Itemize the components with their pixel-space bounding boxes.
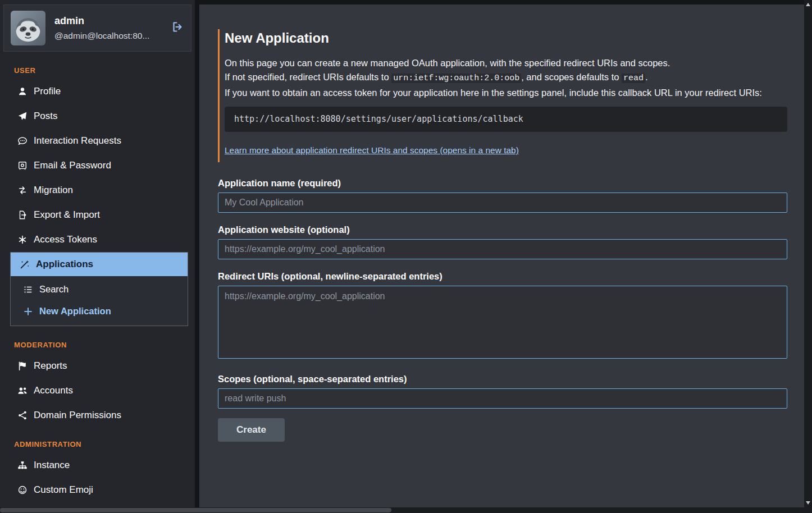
sidebar-item-label: Access Tokens [34,234,97,245]
page-title: New Application [225,30,787,46]
list-icon [23,285,33,295]
file-export-icon [17,210,28,220]
sidebar-item-label: New Application [39,306,111,317]
scopes-input[interactable] [218,388,787,409]
application-website-label: Application website (optional) [218,225,787,235]
sidebar-item-actions[interactable]: Actions [0,502,195,507]
sloth-avatar [11,11,45,45]
sidebar-item-applications[interactable]: Applications [11,253,188,276]
paper-plane-icon [17,111,28,121]
user-card: admin @admin@localhost:80... [3,4,191,52]
application-name-label: Application name (required) [218,178,787,189]
asterisk-icon [17,235,28,245]
sidebar-item-export-import[interactable]: Export & Import [0,203,195,227]
wand-sparkles-icon [20,259,30,269]
sidebar-item-interaction-requests[interactable]: Interaction Requests [0,129,195,153]
users-icon [17,386,28,396]
sidebar-item-label: Email & Password [34,160,111,171]
sidebar-section-administration: ADMINISTRATION [0,428,195,453]
share-nodes-icon [17,410,28,420]
intro-line2: If not specified, redirect URIs defaults… [225,70,787,85]
callback-url: http://localhost:8080/settings/user/appl… [234,114,523,124]
read-inline-code: read [622,74,645,83]
intro-line3: If you want to obtain an access token fo… [225,86,787,99]
sidebar-item-label: Domain Permissions [34,410,121,421]
horizontal-scrollbar[interactable] [0,507,812,513]
applications-group: Applications Search New Application [10,252,188,326]
callback-url-code-block: http://localhost:8080/settings/user/appl… [225,107,787,132]
vertical-scrollbar[interactable] [804,0,812,507]
sidebar-item-email-password[interactable]: Email & Password [0,153,195,178]
sidebar-item-access-tokens[interactable]: Access Tokens [0,227,195,252]
application-name-input[interactable] [218,193,787,213]
scroll-down-arrow-icon[interactable] [806,501,810,505]
scopes-label: Scopes (optional, space-separated entrie… [218,374,787,384]
sidebar-item-label: Applications [36,259,93,270]
settings-sidebar: admin @admin@localhost:80... USER Profil… [0,0,195,507]
sidebar-item-label: Accounts [34,385,73,396]
application-website-input[interactable] [218,239,787,259]
sidebar-item-label: Reports [34,360,67,372]
user-name: admin [54,15,159,27]
intro-text: . [645,72,648,82]
redirect-uris-label: Redirect URIs (optional, newline-separat… [218,271,787,282]
new-application-info: New Application On this page you can cre… [218,29,787,162]
main-panel: New Application On this page you can cre… [199,4,804,507]
logout-icon[interactable] [171,20,184,36]
sidebar-item-accounts[interactable]: Accounts [0,378,195,403]
sidebar-item-domain-permissions[interactable]: Domain Permissions [0,403,195,428]
sidebar-item-label: Profile [34,86,61,97]
applications-submenu: Search New Application [11,276,188,326]
oob-inline-code: urn:ietf:wg:oauth:2.0:oob [391,74,521,83]
comment-icon [17,136,28,146]
sidebar-item-reports[interactable]: Reports [0,354,195,378]
smiley-icon [17,485,28,495]
new-application-form: Application name (required) Application … [218,178,787,442]
sidebar-item-label: Posts [34,111,58,122]
plus-icon [23,306,33,317]
sidebar-item-custom-emoji[interactable]: Custom Emoji [0,478,195,502]
learn-more-link[interactable]: Learn more about application redirect UR… [225,145,519,155]
transfer-arrows-icon [17,185,28,195]
horizontal-scrollbar-thumb[interactable] [0,508,391,512]
intro-text: , and scopes defaults to [521,72,622,82]
sidebar-item-instance[interactable]: Instance [0,453,195,478]
sidebar-item-applications-search[interactable]: Search [11,278,188,300]
create-button[interactable]: Create [218,418,285,442]
sidebar-item-label: Interaction Requests [34,135,121,146]
sidebar-item-label: Search [39,284,69,295]
sidebar-item-label: Migration [34,185,73,196]
scroll-up-arrow-icon[interactable] [806,3,810,6]
user-icon [17,86,28,97]
sidebar-item-migration[interactable]: Migration [0,178,195,203]
sidebar-item-label: Custom Emoji [34,484,93,496]
intro-line1: On this page you can create a new manage… [225,56,787,70]
user-meta: admin @admin@localhost:80... [54,15,159,41]
sidebar-item-posts[interactable]: Posts [0,104,195,129]
sidebar-item-label: Export & Import [34,209,100,221]
vault-icon [17,161,28,171]
sidebar-item-label: Instance [34,460,70,471]
intro-text: If not specified, redirect URIs defaults… [225,72,391,82]
flag-icon [17,361,28,371]
sidebar-section-user: USER [0,54,195,79]
user-handle: @admin@localhost:80... [54,31,159,41]
redirect-uris-textarea[interactable] [218,286,787,359]
sidebar-item-profile[interactable]: Profile [0,79,195,104]
sidebar-item-new-application[interactable]: New Application [11,300,188,322]
sidebar-section-moderation: MODERATION [0,328,195,354]
sitemap-icon [17,460,28,470]
